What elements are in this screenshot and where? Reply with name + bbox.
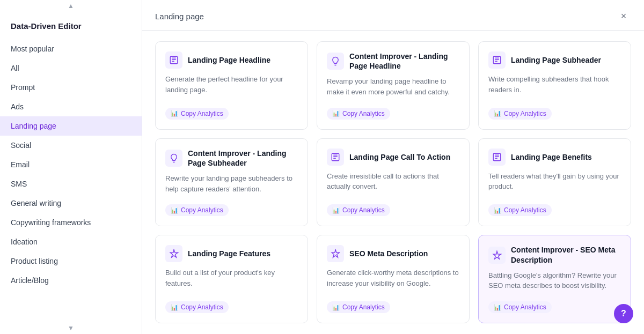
- scroll-up-button[interactable]: ▲: [0, 0, 142, 12]
- badge-icon: 📊: [332, 304, 340, 311]
- card-icon: [165, 245, 182, 262]
- card-description: Tell readers what they'll gain by using …: [488, 171, 621, 199]
- sidebar-header: Data-Driven Editor: [0, 12, 142, 37]
- card-description: Battling Google's algorithm? Rewrite you…: [488, 270, 621, 296]
- card-title: Landing Page Call To Action: [349, 152, 450, 162]
- card-title: Content Improver - Landing Page Subheade…: [188, 149, 298, 168]
- card-icon: [327, 53, 344, 70]
- sidebar-item-social[interactable]: Social: [0, 136, 142, 155]
- badge-label: Copy Analytics: [504, 110, 546, 117]
- card-header: Content Improver - Landing Page Headline: [327, 51, 459, 71]
- sidebar: ▲ Data-Driven Editor Most popularAllProm…: [0, 0, 142, 334]
- card-description: Write compelling subheaders that hook re…: [488, 74, 621, 102]
- card-icon: [165, 150, 182, 167]
- copy-analytics-badge[interactable]: 📊 Copy Analytics: [327, 108, 390, 120]
- card-icon: [488, 51, 506, 69]
- badge-icon: 📊: [332, 110, 340, 117]
- svg-rect-3: [493, 153, 501, 161]
- badge-label: Copy Analytics: [181, 206, 223, 214]
- card-landing-page-benefits[interactable]: Landing Page Benefits Tell readers what …: [478, 138, 631, 227]
- main-title: Landing page: [155, 12, 204, 21]
- copy-analytics-badge[interactable]: 📊 Copy Analytics: [165, 108, 229, 120]
- sidebar-item-ideation[interactable]: Ideation: [0, 232, 142, 251]
- card-icon: [327, 245, 344, 262]
- sidebar-item-copywriting-frameworks[interactable]: Copywriting frameworks: [0, 213, 142, 232]
- sidebar-item-all[interactable]: All: [0, 58, 142, 78]
- card-landing-page-headline[interactable]: Landing Page Headline Generate the perfe…: [155, 41, 308, 130]
- copy-analytics-badge[interactable]: 📊 Copy Analytics: [165, 204, 229, 216]
- svg-rect-0: [170, 56, 178, 64]
- sidebar-item-sms[interactable]: SMS: [0, 174, 142, 194]
- card-header: Content Improver - SEO Meta Description: [488, 245, 621, 264]
- badge-label: Copy Analytics: [181, 303, 223, 311]
- badge-label: Copy Analytics: [504, 206, 546, 214]
- card-description: Generate click-worthy meta descriptions …: [327, 268, 459, 296]
- card-description: Rewrite your landing page subheaders to …: [165, 173, 298, 199]
- badge-label: Copy Analytics: [342, 110, 385, 117]
- card-icon: [488, 149, 506, 166]
- card-title: Landing Page Subheader: [511, 55, 601, 65]
- card-icon: [327, 149, 344, 166]
- card-title: Landing Page Features: [188, 249, 270, 258]
- badge-icon: 📊: [171, 304, 178, 311]
- sidebar-item-general-writing[interactable]: General writing: [0, 194, 142, 213]
- badge-icon: 📊: [171, 207, 178, 214]
- sidebar-item-article-blog[interactable]: Article/Blog: [0, 271, 142, 290]
- card-description: Build out a list of your product's key f…: [165, 268, 298, 296]
- copy-analytics-badge[interactable]: 📊 Copy Analytics: [488, 204, 552, 216]
- card-icon: [165, 51, 182, 69]
- sidebar-item-ads[interactable]: Ads: [0, 97, 142, 116]
- copy-analytics-badge[interactable]: 📊 Copy Analytics: [488, 301, 552, 313]
- main-header: Landing page ×: [142, 0, 644, 31]
- card-title: Landing Page Benefits: [511, 152, 592, 162]
- cards-grid: Landing Page Headline Generate the perfe…: [142, 31, 644, 334]
- card-header: Landing Page Headline: [165, 51, 298, 69]
- sidebar-item-landing-page[interactable]: Landing page: [0, 116, 142, 136]
- card-seo-meta-description[interactable]: SEO Meta Description Generate click-wort…: [317, 235, 470, 323]
- close-button[interactable]: ×: [616, 9, 631, 24]
- sidebar-item-most-popular[interactable]: Most popular: [0, 39, 142, 58]
- badge-icon: 📊: [171, 110, 178, 117]
- sidebar-item-prompt[interactable]: Prompt: [0, 78, 142, 97]
- sidebar-list: Most popularAllPromptAdsLanding pageSoci…: [0, 37, 142, 322]
- help-button[interactable]: ?: [614, 304, 633, 323]
- card-landing-page-features[interactable]: Landing Page Features Build out a list o…: [155, 235, 308, 323]
- badge-label: Copy Analytics: [504, 303, 546, 311]
- scroll-down-button[interactable]: ▼: [0, 322, 142, 334]
- card-title: Content Improver - Landing Page Headline: [349, 51, 459, 71]
- main-content: Landing page × Landing Page Headline Gen…: [142, 0, 644, 334]
- svg-rect-1: [493, 56, 501, 64]
- card-header: Content Improver - Landing Page Subheade…: [165, 149, 298, 168]
- svg-rect-2: [332, 153, 339, 161]
- sidebar-item-product-listing[interactable]: Product listing: [0, 251, 142, 271]
- badge-icon: 📊: [332, 207, 340, 214]
- badge-icon: 📊: [494, 110, 501, 117]
- card-description: Create irresistible call to actions that…: [327, 171, 459, 199]
- card-header: Landing Page Benefits: [488, 149, 621, 166]
- card-content-improver-subheader[interactable]: Content Improver - Landing Page Subheade…: [155, 138, 308, 227]
- copy-analytics-badge[interactable]: 📊 Copy Analytics: [165, 301, 229, 313]
- copy-analytics-badge[interactable]: 📊 Copy Analytics: [327, 301, 390, 313]
- card-header: Landing Page Subheader: [488, 51, 621, 69]
- badge-icon: 📊: [494, 207, 501, 214]
- badge-label: Copy Analytics: [181, 110, 223, 117]
- card-description: Revamp your landing page headline to mak…: [327, 76, 459, 102]
- card-header: SEO Meta Description: [327, 245, 459, 262]
- badge-label: Copy Analytics: [342, 303, 385, 311]
- card-landing-page-subheader[interactable]: Landing Page Subheader Write compelling …: [478, 41, 631, 130]
- card-title: SEO Meta Description: [349, 249, 428, 258]
- badge-label: Copy Analytics: [342, 206, 385, 214]
- card-description: Generate the perfect headline for your l…: [165, 74, 298, 102]
- card-landing-page-cta[interactable]: Landing Page Call To Action Create irres…: [317, 138, 470, 227]
- card-title: Landing Page Headline: [188, 55, 270, 65]
- copy-analytics-badge[interactable]: 📊 Copy Analytics: [488, 108, 552, 120]
- card-icon: [488, 247, 506, 264]
- copy-analytics-badge[interactable]: 📊 Copy Analytics: [327, 204, 390, 216]
- badge-icon: 📊: [494, 304, 501, 311]
- card-header: Landing Page Call To Action: [327, 149, 459, 166]
- sidebar-item-email[interactable]: Email: [0, 155, 142, 174]
- card-header: Landing Page Features: [165, 245, 298, 262]
- card-content-improver-headline[interactable]: Content Improver - Landing Page Headline…: [317, 41, 470, 130]
- card-title: Content Improver - SEO Meta Description: [511, 245, 621, 264]
- card-content-improver-seo[interactable]: Content Improver - SEO Meta Description …: [478, 235, 631, 323]
